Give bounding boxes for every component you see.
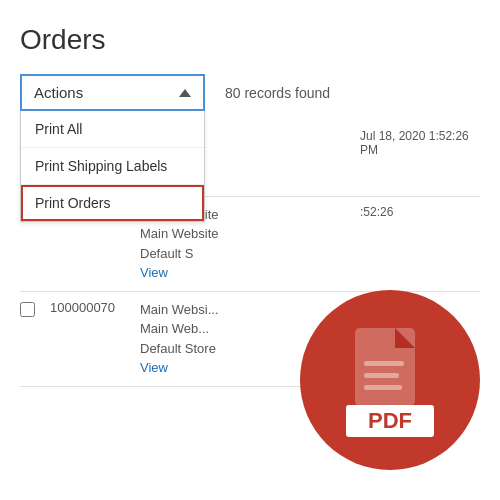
dropdown-menu: Print All Print Shipping Labels Print Or… [20, 111, 205, 222]
actions-dropdown[interactable]: Actions Print All Print Shipping Labels … [20, 74, 205, 111]
pdf-overlay: PDF [300, 290, 480, 470]
row-action-1[interactable]: View [140, 263, 360, 283]
svg-rect-3 [364, 361, 404, 366]
records-found: 80 records found [225, 85, 330, 101]
pdf-label: PDF [358, 406, 422, 435]
row-date-1: :52:26 [360, 205, 480, 219]
toolbar: Actions Print All Print Shipping Labels … [20, 74, 480, 111]
row-id-2: 100000070 [50, 300, 140, 315]
page-title: Orders [20, 24, 480, 56]
dropdown-item-print-orders[interactable]: Print Orders [21, 185, 204, 221]
dropdown-item-print-shipping[interactable]: Print Shipping Labels [21, 148, 204, 185]
dropdown-item-print-all[interactable]: Print All [21, 111, 204, 148]
pdf-document-icon [350, 323, 430, 413]
svg-rect-4 [364, 373, 399, 378]
row-select-2[interactable] [20, 302, 35, 317]
row-website2-1: Main Website [140, 224, 360, 244]
row-checkbox-2[interactable] [20, 300, 50, 317]
row-date-0: Jul 18, 2020 1:52:26 PM [360, 129, 480, 157]
arrow-up-icon [179, 89, 191, 97]
actions-label: Actions [34, 84, 83, 101]
actions-button[interactable]: Actions [20, 74, 205, 111]
row-store-1: Default S [140, 244, 360, 264]
svg-rect-5 [364, 385, 402, 390]
pdf-circle: PDF [300, 290, 480, 470]
